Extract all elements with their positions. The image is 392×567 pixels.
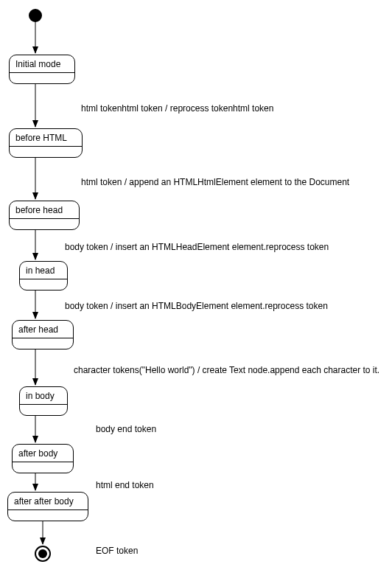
state-after-head: after head [12,320,74,349]
state-body [13,462,73,473]
final-state-icon [35,546,51,562]
transition-label: character tokens("Hello world") / create… [74,365,379,375]
state-label: after head [13,321,73,338]
state-diagram: Initial mode html tokenhtml token / repr… [0,0,392,567]
transition-label: html tokenhtml token / reprocess tokenht… [81,103,273,114]
state-label: in head [20,262,67,279]
state-initial-mode: Initial mode [9,55,75,84]
state-label: in body [20,387,67,405]
state-before-head: before head [9,201,80,230]
state-body [10,147,82,157]
state-label: after after body [8,493,88,510]
state-body [13,338,73,349]
state-body [8,510,88,521]
state-label: after body [13,445,73,462]
state-in-head: in head [19,261,68,291]
state-label: Initial mode [10,55,74,73]
state-body [20,279,67,290]
transition-label: body token / insert an HTMLHeadElement e… [65,242,329,252]
state-label: before HTML [10,129,82,147]
initial-state-icon [29,9,42,22]
state-label: before head [10,201,79,219]
state-before-html: before HTML [9,128,83,158]
transition-label: EOF token [96,546,138,556]
transition-label: body end token [96,424,156,434]
state-after-body: after body [12,444,74,473]
transition-label: body token / insert an HTMLBodyElement e… [65,301,328,311]
state-after-after-body: after after body [7,492,88,521]
state-body [20,405,67,415]
state-body [10,219,79,229]
state-body [10,73,74,83]
state-in-body: in body [19,386,68,416]
transition-label: html token / append an HTMLHtmlElement e… [81,177,349,187]
transition-label: html end token [96,480,154,490]
